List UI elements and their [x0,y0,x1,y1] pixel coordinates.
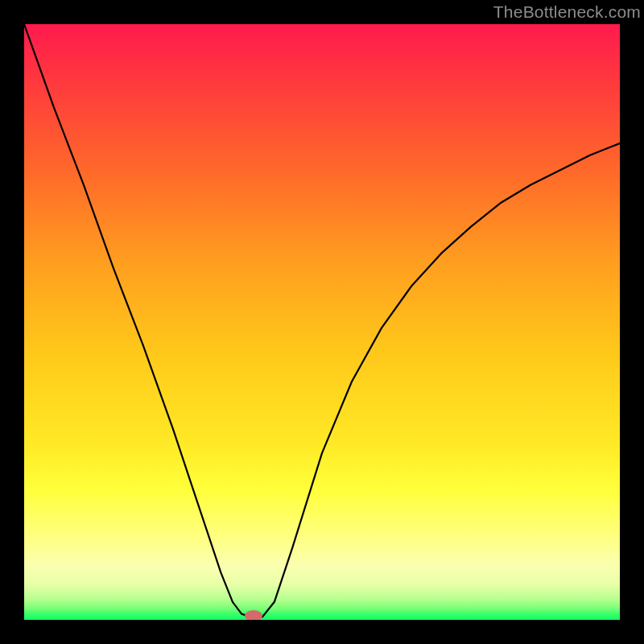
chart-area [24,24,620,620]
bottleneck-curve [24,24,620,620]
optimal-point-marker [245,610,262,620]
watermark-text: TheBottleneck.com [493,2,641,22]
